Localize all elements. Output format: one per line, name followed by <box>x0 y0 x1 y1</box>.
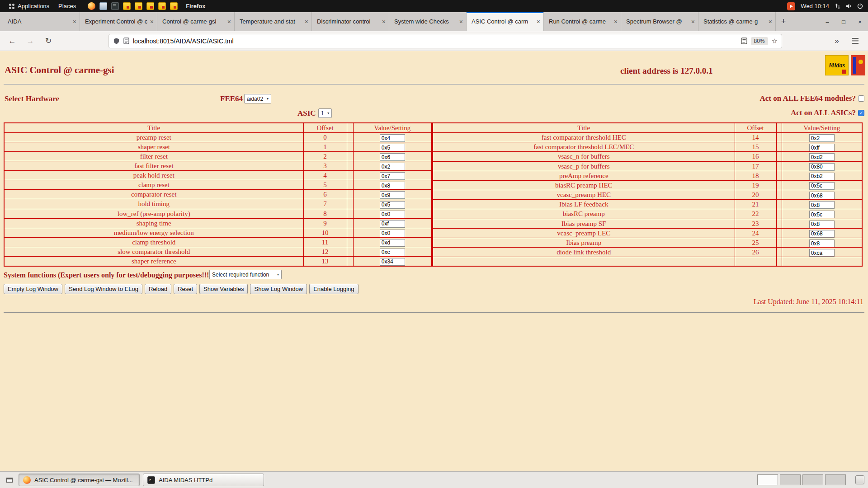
browser-tab[interactable]: Temperature and stat× <box>235 12 312 31</box>
reader-mode-icon[interactable] <box>741 38 747 44</box>
browser-tab[interactable]: Experiment Control @ c× <box>80 12 157 31</box>
param-value-input[interactable] <box>380 191 405 199</box>
param-value-input[interactable] <box>380 163 405 170</box>
param-value-input[interactable] <box>809 182 835 190</box>
act-all-fee64-checkbox[interactable] <box>858 95 864 102</box>
tab-close-icon[interactable]: × <box>614 19 618 25</box>
param-value-input[interactable] <box>809 192 835 199</box>
param-offset-cell: 12 <box>303 247 347 256</box>
param-value-input[interactable] <box>809 134 835 142</box>
files-launcher-icon[interactable] <box>99 2 107 10</box>
gnome-top-bar: Applications Places Firefox Wed 10:14 <box>0 0 868 12</box>
show-variables-button[interactable]: Show Variables <box>199 284 248 294</box>
workspace-4[interactable] <box>825 474 846 485</box>
tracking-shield-icon[interactable] <box>113 38 120 45</box>
workspace-3[interactable] <box>802 474 823 485</box>
fee64-select[interactable]: aida02 ▾ <box>244 94 271 103</box>
tab-close-icon[interactable]: × <box>305 19 308 25</box>
param-value-input[interactable] <box>809 153 835 161</box>
param-value-input[interactable] <box>809 144 835 151</box>
clock[interactable]: Wed 10:14 <box>801 3 829 9</box>
reset-button[interactable]: Reset <box>174 284 197 294</box>
midas-launcher-icon[interactable] <box>135 2 142 10</box>
tab-close-icon[interactable]: × <box>227 19 231 25</box>
param-value-input[interactable] <box>380 230 405 237</box>
focused-app-name[interactable]: Firefox <box>186 3 205 9</box>
show-desktop-button[interactable] <box>4 474 15 486</box>
param-value-input[interactable] <box>809 163 835 171</box>
browser-tab[interactable]: ASIC Control @ carm× <box>467 12 544 31</box>
browser-tab[interactable]: Statistics @ carme-g× <box>698 12 776 31</box>
maximize-icon[interactable]: □ <box>835 12 852 31</box>
tab-close-icon[interactable]: × <box>382 19 386 25</box>
taskbar-window-button[interactable]: AIDA MIDAS HTTPd <box>143 474 264 486</box>
tab-close-icon[interactable]: × <box>691 19 695 25</box>
midas-launcher-icon[interactable] <box>146 2 154 10</box>
param-value-input[interactable] <box>809 201 835 209</box>
tab-close-icon[interactable]: × <box>73 19 76 25</box>
tab-close-icon[interactable]: × <box>459 19 463 25</box>
bookmark-star-icon[interactable]: ☆ <box>772 37 778 45</box>
param-value-input[interactable] <box>809 230 835 238</box>
terminal-launcher-icon[interactable] <box>111 2 119 10</box>
param-value-input[interactable] <box>380 211 405 218</box>
workspace-2[interactable] <box>780 474 801 485</box>
tray-icon[interactable] <box>855 475 864 484</box>
param-value-input[interactable] <box>380 144 405 151</box>
param-value-input[interactable] <box>809 249 835 257</box>
send-log-window-to-elog-button[interactable]: Send Log Window to ELog <box>65 284 142 294</box>
param-value-input[interactable] <box>380 239 405 247</box>
site-info-icon[interactable] <box>123 38 129 44</box>
browser-tab[interactable]: Discriminator control× <box>312 12 389 31</box>
system-function-select[interactable]: Select required function ▾ <box>209 270 282 279</box>
col-header-value: Value/Setting <box>782 123 862 133</box>
zoom-level-badge[interactable]: 80% <box>751 37 768 45</box>
browser-tab[interactable]: Control @ carme-gsi× <box>157 12 235 31</box>
firefox-launcher-icon[interactable] <box>88 2 95 10</box>
param-value-input[interactable] <box>809 173 835 180</box>
param-value-input[interactable] <box>809 221 835 228</box>
places-menu[interactable]: Places <box>54 0 80 12</box>
param-value-input[interactable] <box>809 239 835 247</box>
url-bar[interactable]: localhost:8015/AIDA/ASIC/ASIC.tml 80% ☆ <box>108 34 782 48</box>
param-value-input[interactable] <box>380 201 405 209</box>
tab-close-icon[interactable]: × <box>769 19 772 25</box>
screen-share-indicator-icon[interactable] <box>787 2 795 10</box>
browser-tab[interactable]: Spectrum Browser @× <box>621 12 698 31</box>
forward-icon[interactable]: → <box>23 34 38 48</box>
param-value-input[interactable] <box>380 134 405 142</box>
reload-button[interactable]: Reload <box>145 284 171 294</box>
url-text[interactable]: localhost:8015/AIDA/ASIC/ASIC.tml <box>133 38 234 45</box>
show-log-window-button[interactable]: Show Log Window <box>250 284 307 294</box>
param-value-input[interactable] <box>380 249 405 256</box>
browser-tab[interactable]: AIDA× <box>3 12 80 31</box>
applications-menu[interactable]: Applications <box>5 0 54 12</box>
hamburger-menu-icon[interactable] <box>847 34 863 48</box>
midas-launcher-icon[interactable] <box>170 2 178 10</box>
tab-close-icon[interactable]: × <box>537 19 540 25</box>
midas-launcher-icon[interactable] <box>158 2 166 10</box>
midas-launcher-icon[interactable] <box>123 2 131 10</box>
system-status-icons[interactable] <box>835 3 863 9</box>
browser-tab[interactable]: Run Control @ carme× <box>544 12 621 31</box>
new-tab-button[interactable]: + <box>776 12 791 31</box>
param-value-input[interactable] <box>809 211 835 218</box>
enable-logging-button[interactable]: Enable Logging <box>309 284 358 294</box>
browser-tab[interactable]: System wide Checks× <box>389 12 467 31</box>
workspace-1[interactable] <box>757 474 778 485</box>
close-icon[interactable]: × <box>852 12 868 31</box>
asic-select[interactable]: 1 ▾ <box>318 108 332 118</box>
param-value-input[interactable] <box>380 153 405 161</box>
param-value-input[interactable] <box>380 220 405 228</box>
overflow-menu-icon[interactable]: » <box>829 34 844 48</box>
back-icon[interactable]: ← <box>5 34 20 48</box>
taskbar-window-button[interactable]: ASIC Control @ carme-gsi — Mozill... <box>19 474 140 486</box>
param-value-input[interactable] <box>380 172 405 180</box>
minimize-icon[interactable]: – <box>819 12 835 31</box>
tab-close-icon[interactable]: × <box>150 19 154 25</box>
empty-log-window-button[interactable]: Empty Log Window <box>4 284 62 294</box>
reload-icon[interactable]: ↻ <box>41 34 56 48</box>
act-all-asics-checkbox[interactable]: ✓ <box>858 110 864 116</box>
param-value-input[interactable] <box>380 182 405 189</box>
param-value-input[interactable] <box>380 258 405 266</box>
